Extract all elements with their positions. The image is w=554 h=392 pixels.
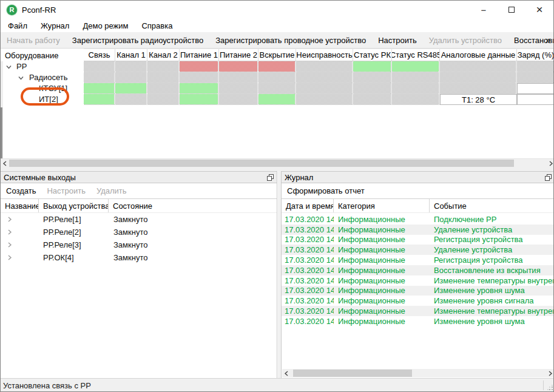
column-header[interactable]: Статус RS485 <box>392 49 440 61</box>
journal-row[interactable]: 17.03.2020 14...ИнформационныеИзменение … <box>282 286 554 296</box>
journal-horizontal-scrollbar[interactable] <box>282 369 554 377</box>
journal-row[interactable]: 17.03.2020 14...ИнформационныеРегистраци… <box>282 255 554 265</box>
menu-bar: ФайлЖурналДемо режимСправка <box>1 19 553 32</box>
toolbar-overflow-icon[interactable]: » <box>546 32 550 48</box>
tree-item[interactable]: Радиосеть <box>1 72 83 83</box>
status-text: Установлена связь с РР <box>3 381 91 390</box>
toolbar-button[interactable]: Зарегистрировать радиоустройство <box>66 36 209 45</box>
status-cell <box>517 83 554 94</box>
vertical-scrollbar[interactable] <box>1 61 3 158</box>
menu-item[interactable]: Демо режим <box>76 19 135 32</box>
output-state: Замкнуто <box>109 228 147 237</box>
column-header[interactable]: Выход устройства <box>39 199 109 212</box>
column-header[interactable]: Дата и время <box>282 199 334 212</box>
journal-row[interactable]: 17.03.2020 14...ИнформационныеУдаление у… <box>282 245 554 255</box>
tree-item-label: Радиосеть <box>29 73 68 82</box>
menu-item[interactable]: Справка <box>135 19 179 32</box>
scroll-right-icon[interactable] <box>546 369 554 377</box>
system-outputs-title: Системные выходы <box>4 173 76 182</box>
close-button[interactable]: × <box>525 1 553 19</box>
column-header[interactable]: Канал 2 <box>147 49 180 61</box>
journal-row[interactable]: 17.03.2020 14...ИнформационныеИзменение … <box>282 316 554 326</box>
status-cell <box>440 72 517 83</box>
column-header[interactable]: Заряд (%) <box>517 49 554 61</box>
device-status-row[interactable] <box>84 61 554 72</box>
menu-item[interactable]: Журнал <box>34 19 76 32</box>
journal-category: Информационные <box>334 317 430 326</box>
window-title: Pconf-RR <box>22 5 56 15</box>
float-panel-icon[interactable] <box>267 174 274 181</box>
chevron-right-icon[interactable] <box>1 254 39 261</box>
column-header[interactable]: Категория <box>334 199 430 212</box>
system-outputs-toolbar-button[interactable]: Создать <box>1 186 41 195</box>
chevron-right-icon[interactable] <box>1 242 39 248</box>
status-cell <box>296 72 353 83</box>
toolbar-button: Удалить устройство <box>423 36 508 45</box>
main-scrollbar-thumb[interactable] <box>9 160 514 167</box>
scroll-left-icon[interactable] <box>282 369 290 377</box>
device-status-row[interactable]: T1: 28 °C <box>84 94 554 105</box>
journal-row[interactable]: 17.03.2020 14...ИнформационныеПодключени… <box>282 214 554 225</box>
system-output-row[interactable]: РР.ОК[4]Замкнуто <box>1 251 277 264</box>
journal-row[interactable]: 17.03.2020 14...ИнформационныеИзменение … <box>282 306 554 316</box>
journal-event: Изменение уровня сигнала <box>430 296 554 305</box>
status-cell <box>353 61 392 72</box>
chevron-right-icon[interactable] <box>1 216 39 223</box>
main-horizontal-scrollbar[interactable] <box>1 158 554 167</box>
status-cell <box>258 72 296 83</box>
menu-item[interactable]: Файл <box>1 19 34 32</box>
float-panel-icon[interactable] <box>545 174 552 181</box>
app-icon: R <box>7 5 17 15</box>
journal-category: Информационные <box>334 245 430 254</box>
journal-datetime: 17.03.2020 14... <box>282 317 334 326</box>
chevron-down-icon[interactable] <box>5 64 12 70</box>
maximize-button[interactable] <box>498 1 525 19</box>
toolbar-button[interactable]: Настроить <box>372 36 423 45</box>
journal-row[interactable]: 17.03.2020 14...ИнформационныеВосстановл… <box>282 265 554 275</box>
toolbar: » Начать работуЗарегистрировать радиоуст… <box>1 32 553 49</box>
system-outputs-toolbar-button: Настроить <box>41 186 91 195</box>
scroll-right-icon[interactable] <box>547 159 554 167</box>
column-header[interactable]: Питание 2 <box>219 49 258 61</box>
device-grid-header: СвязьКанал 1Канал 2Питание 1Питание 2Вск… <box>84 49 554 61</box>
status-cell <box>115 72 147 83</box>
generate-report-button[interactable]: Сформировать отчет <box>282 186 370 195</box>
journal-event: Изменение температуры внутреннег... <box>430 306 554 316</box>
column-header[interactable]: Статус РК <box>353 49 392 61</box>
journal-scrollbar-thumb[interactable] <box>293 370 412 377</box>
status-cell <box>147 94 180 105</box>
system-output-row[interactable]: РР.Реле[2]Замкнуто <box>1 226 277 238</box>
column-header[interactable]: Связь <box>84 49 115 61</box>
device-grid-body: T1: 28 °C <box>84 61 554 105</box>
system-output-row[interactable]: РР.Реле[3]Замкнуто <box>1 238 277 251</box>
tree-item[interactable]: РР <box>1 61 83 72</box>
column-header[interactable]: Вскрытие <box>258 49 296 61</box>
chevron-right-icon[interactable] <box>1 229 39 235</box>
chevron-down-icon[interactable] <box>18 75 24 81</box>
minimize-button[interactable]: − <box>470 1 498 19</box>
status-cell <box>440 61 517 72</box>
column-header[interactable]: Событие <box>430 199 554 212</box>
journal-row[interactable]: 17.03.2020 14...ИнформационныеИзменение … <box>282 275 554 286</box>
device-status-row[interactable] <box>84 72 554 83</box>
output-device: РР.Реле[1] <box>39 215 109 224</box>
column-header[interactable]: Название <box>1 199 39 212</box>
journal-row[interactable]: 17.03.2020 14...ИнформационныеИзменение … <box>282 296 554 306</box>
status-cell <box>219 61 258 72</box>
column-header[interactable]: Неисправность <box>296 49 353 61</box>
column-header[interactable]: Аналоговые данные <box>440 49 517 61</box>
toolbar-button[interactable]: Зарегистрировать проводное устройство <box>209 36 372 45</box>
resize-grip-icon[interactable] <box>547 385 553 391</box>
journal-row[interactable]: 17.03.2020 14...ИнформационныеРегистраци… <box>282 235 554 245</box>
output-state: Замкнуто <box>109 240 147 249</box>
column-header[interactable]: Питание 1 <box>180 49 219 61</box>
system-output-row[interactable]: РР.Реле[1]Замкнуто <box>1 213 277 226</box>
journal-category: Информационные <box>334 225 430 234</box>
device-status-row[interactable] <box>84 83 554 94</box>
vertical-scrollbar-thumb[interactable] <box>1 107 2 158</box>
column-header[interactable]: Канал 1 <box>115 49 147 61</box>
journal-row[interactable]: 17.03.2020 14...ИнформационныеУдаление у… <box>282 225 554 235</box>
scroll-left-icon[interactable] <box>1 159 8 167</box>
column-header[interactable]: Состояние <box>109 199 272 212</box>
journal-datetime: 17.03.2020 14... <box>282 266 334 275</box>
